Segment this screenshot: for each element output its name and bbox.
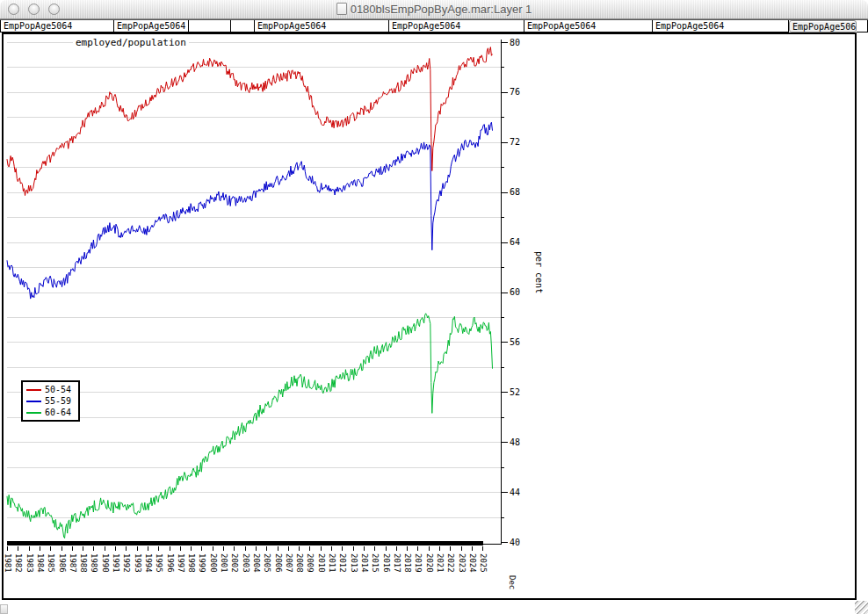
legend-label-55-59: 55-59 [45, 396, 71, 406]
svg-text:2001: 2001 [220, 553, 228, 573]
svg-text:1992: 1992 [122, 553, 131, 573]
svg-text:64: 64 [510, 237, 520, 247]
svg-text:2020: 2020 [425, 553, 434, 573]
chart-title[interactable]: employed/population [73, 37, 189, 48]
window-title: 0180blsEmpPopByAge.mar:Layer 1 [70, 3, 798, 16]
svg-text:1994: 1994 [144, 553, 153, 573]
series-line-60-64 [7, 314, 493, 538]
svg-text:2006: 2006 [274, 553, 283, 573]
svg-text:2017: 2017 [393, 553, 401, 573]
tab-emppopage5064-5[interactable]: EmpPopAge5064 [389, 20, 524, 33]
svg-text:1983: 1983 [25, 553, 34, 573]
legend-label-50-54: 50-54 [45, 385, 71, 394]
svg-text:68: 68 [510, 187, 520, 197]
svg-text:2021: 2021 [436, 553, 445, 573]
svg-text:40: 40 [510, 538, 520, 547]
legend-swatch-55-59 [26, 401, 41, 402]
tab-bar: EmpPopAge5064EmpPopAge5064EmpPopAge5064E… [0, 19, 868, 33]
svg-text:2024: 2024 [468, 553, 477, 573]
tab-spacer-3 [231, 20, 255, 33]
resize-grip[interactable] [855, 601, 868, 614]
tab-spacer-2 [189, 20, 231, 33]
svg-text:44: 44 [510, 488, 520, 497]
svg-text:2015: 2015 [371, 553, 380, 573]
svg-text:56: 56 [510, 337, 520, 347]
document-icon [336, 3, 347, 15]
svg-text:2008: 2008 [295, 553, 304, 573]
svg-text:1996: 1996 [166, 553, 175, 573]
legend-row-55-59: 55-59 [26, 395, 71, 407]
svg-text:2012: 2012 [338, 553, 347, 573]
graph-canvas: 4044485256606468727680198119821983198419… [2, 33, 857, 600]
svg-text:1988: 1988 [79, 553, 88, 573]
svg-text:2022: 2022 [446, 553, 455, 573]
svg-text:2016: 2016 [382, 553, 391, 573]
svg-text:72: 72 [510, 137, 520, 147]
series-line-55-59 [7, 122, 493, 299]
zoom-button[interactable] [48, 4, 60, 15]
svg-text:2007: 2007 [285, 553, 293, 573]
svg-text:1985: 1985 [47, 553, 55, 573]
svg-text:1982: 1982 [14, 553, 23, 573]
tab-emppopage5064-6[interactable]: EmpPopAge5064 [524, 20, 653, 33]
svg-text:2019: 2019 [414, 553, 423, 573]
svg-text:2013: 2013 [350, 553, 358, 573]
chart-svg: 4044485256606468727680198119821983198419… [4, 34, 855, 598]
svg-text:1995: 1995 [155, 553, 163, 573]
series-line-50-54 [7, 47, 493, 196]
svg-text:1999: 1999 [198, 553, 206, 573]
svg-text:2003: 2003 [242, 553, 250, 573]
x-axis-end-label: Dec [508, 575, 517, 589]
svg-text:1997: 1997 [177, 553, 185, 573]
tab-emppopage5064-4[interactable]: EmpPopAge5064 [255, 20, 389, 33]
svg-text:52: 52 [510, 387, 520, 397]
svg-text:2014: 2014 [360, 553, 369, 573]
svg-text:2011: 2011 [328, 553, 336, 573]
svg-text:1993: 1993 [134, 553, 142, 573]
legend-row-50-54: 50-54 [26, 384, 71, 395]
window-title-text: 0180blsEmpPopByAge.mar:Layer 1 [351, 3, 532, 16]
title-bar[interactable]: 0180blsEmpPopByAge.mar:Layer 1 [0, 0, 868, 19]
svg-text:1984: 1984 [36, 553, 45, 573]
scrollbar-stub [0, 604, 8, 614]
tab-emppopage5064-8[interactable]: EmpPopAge5064 [789, 20, 857, 33]
svg-text:80: 80 [510, 38, 520, 47]
legend-swatch-60-64 [26, 412, 41, 414]
svg-text:2009: 2009 [306, 553, 315, 573]
svg-text:2018: 2018 [403, 553, 412, 573]
legend-row-60-64: 60-64 [26, 407, 71, 418]
horizontal-scrollbar[interactable] [0, 600, 868, 614]
svg-text:1989: 1989 [90, 553, 98, 573]
svg-text:1991: 1991 [112, 553, 120, 573]
app-window: 0180blsEmpPopByAge.mar:Layer 1 EmpPopAge… [0, 0, 868, 614]
svg-text:2002: 2002 [230, 553, 239, 573]
svg-text:2010: 2010 [317, 553, 326, 573]
close-button[interactable] [8, 4, 19, 15]
vertical-scrollbar[interactable] [857, 33, 868, 600]
legend-swatch-50-54 [26, 389, 41, 391]
legend-label-60-64: 60-64 [45, 408, 71, 417]
svg-text:60: 60 [510, 287, 520, 297]
tab-emppopage5064-0[interactable]: EmpPopAge5064 [0, 20, 114, 33]
svg-text:48: 48 [510, 437, 520, 447]
svg-text:2004: 2004 [252, 553, 261, 573]
legend-box[interactable]: 50-5455-5960-64 [21, 380, 80, 422]
tab-emppopage5064-1[interactable]: EmpPopAge5064 [114, 20, 189, 33]
svg-text:2005: 2005 [263, 553, 271, 573]
svg-text:1990: 1990 [101, 553, 110, 573]
minimize-button[interactable] [28, 4, 40, 15]
svg-text:2000: 2000 [209, 553, 218, 573]
tab-emppopage5064-7[interactable]: EmpPopAge5064 [653, 20, 789, 33]
svg-text:2023: 2023 [458, 553, 467, 573]
svg-text:1987: 1987 [69, 553, 77, 573]
tab-spacer-9 [857, 20, 868, 33]
svg-text:76: 76 [510, 87, 520, 97]
y-axis-label: per cent [534, 251, 544, 293]
svg-text:1986: 1986 [58, 553, 67, 573]
svg-text:2025: 2025 [479, 553, 488, 573]
svg-text:1998: 1998 [187, 553, 196, 573]
svg-text:1981: 1981 [4, 553, 12, 573]
